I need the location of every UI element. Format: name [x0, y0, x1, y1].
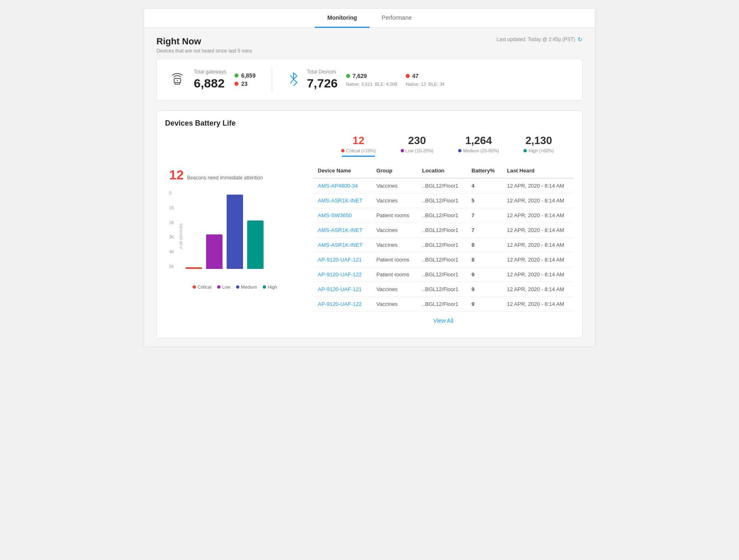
last-heard-cell: 12 APR, 2020 - 8:14 AM	[502, 238, 574, 252]
refresh-icon[interactable]: ↻	[578, 36, 583, 43]
summary-critical-label: Critical (<10%)	[341, 148, 376, 153]
devices-total: 7,726	[307, 76, 337, 90]
battery-cell: 7	[467, 208, 502, 223]
location-cell: ..BGL12/Floor1	[417, 282, 466, 297]
bar-medium	[227, 195, 243, 269]
device-name-cell[interactable]: AMS-ASR1K-INET	[313, 223, 372, 238]
battery-cell: 8	[467, 238, 502, 252]
beacon-text: 12 Beacons need immediate attention	[169, 168, 301, 183]
summary-medium[interactable]: 1,264 Medium (20-60%)	[458, 134, 499, 157]
tab-performance[interactable]: Performane	[370, 9, 424, 28]
location-cell: ..BGL12/Floor1	[417, 178, 466, 193]
location-cell: ..BGL12/Floor1	[417, 267, 466, 282]
last-updated-text: Last updated: Today @ 2:45p (PST)	[497, 37, 575, 42]
devices-offline-sub: 47 Native: 13 BLE: 34	[406, 73, 445, 87]
device-name-cell[interactable]: AP-9120-UAF-122	[313, 297, 372, 312]
table-header-row: Device Name Group Location Battery% Last…	[313, 163, 574, 178]
legend-label-high: High	[268, 285, 277, 289]
bar-low	[206, 234, 223, 269]
view-all-button[interactable]: View All	[313, 312, 574, 330]
col-location: Location	[417, 163, 466, 178]
summary-low-value: 230	[401, 134, 434, 147]
legend-dot-critical	[193, 285, 196, 289]
device-name-cell[interactable]: AP-9120-UAF-122	[313, 267, 372, 282]
group-cell: Patient rooms	[372, 267, 418, 282]
legend-dot-high	[263, 285, 266, 289]
gateway-label: Total gateways	[194, 69, 226, 75]
col-last-heard: Last Heard	[502, 163, 574, 178]
gateway-icon	[169, 71, 186, 89]
gateway-offline: 23	[241, 80, 248, 87]
device-link[interactable]: AMS-ASR1K-INET	[318, 242, 363, 248]
summary-high[interactable]: 2,130 High (>60%)	[523, 134, 553, 157]
device-name-cell[interactable]: AP-9120-UAF-121	[313, 252, 372, 267]
tab-monitoring[interactable]: Monitoring	[315, 9, 369, 28]
devices-offline-detail: Native: 13 BLE: 34	[406, 82, 445, 87]
last-updated: Last updated: Today @ 2:45p (PST) ↻	[497, 36, 583, 43]
col-battery: Battery%	[467, 163, 502, 178]
device-name-cell[interactable]: AMS-SW3650	[313, 208, 372, 223]
last-heard-cell: 12 APR, 2020 - 8:14 AM	[502, 297, 574, 312]
dot-high	[523, 149, 527, 152]
device-table: Device Name Group Location Battery% Last…	[313, 163, 574, 312]
summary-medium-value: 1,264	[458, 134, 499, 147]
tabs-bar: Monitoring Performane	[144, 9, 595, 28]
summary-low[interactable]: 230 Low (10-20%)	[401, 134, 434, 157]
last-heard-cell: 12 APR, 2020 - 8:14 AM	[502, 252, 574, 267]
svg-rect-1	[175, 83, 180, 84]
location-cell: ..BGL12/Floor1	[417, 208, 466, 223]
legend-dot-medium	[236, 285, 239, 289]
bars-wrapper	[186, 191, 301, 269]
group-cell: Patient rooms	[372, 208, 418, 223]
device-name-cell[interactable]: AP-9120-UAF-121	[313, 282, 372, 297]
col-device-name: Device Name	[313, 163, 372, 178]
location-cell: ..BGL12/Floor1	[417, 223, 466, 238]
y-axis-labels: 5K 4K 3K 2K 1K 0	[169, 191, 174, 269]
device-link[interactable]: AMS-ASR1K-INET	[318, 197, 363, 204]
device-link[interactable]: AMS-ASR1K-INET	[318, 227, 363, 233]
bar-chart: 5K 4K 3K 2K 1K 0 # OF DEVICES	[169, 191, 301, 281]
y-label-5k: 5K	[169, 264, 174, 269]
legend-label-low: Low	[222, 285, 230, 289]
beacon-desc: Beacons need immediate attention	[187, 175, 263, 181]
location-cell: ..BGL12/Floor1	[417, 238, 466, 252]
location-cell: ..BGL12/Floor1	[417, 193, 466, 208]
y-label-0: 0	[169, 191, 174, 195]
table-row: AP-9120-UAF-121Patient rooms..BGL12/Floo…	[313, 252, 574, 267]
battery-cell: 9	[467, 267, 502, 282]
summary-high-value: 2,130	[523, 134, 553, 147]
group-cell: Vaccines	[372, 297, 418, 312]
last-heard-cell: 12 APR, 2020 - 8:14 AM	[502, 208, 574, 223]
gateway-online: 6,859	[241, 72, 255, 79]
legend-label-critical: Critical	[197, 285, 211, 289]
summary-low-label: Low (10-20%)	[401, 148, 434, 153]
table-row: AP-9120-UAF-121Vaccines..BGL12/Floor1912…	[313, 282, 574, 297]
main-container: Monitoring Performane Right Now Devices …	[144, 8, 595, 347]
device-link[interactable]: AP-9120-UAF-122	[318, 271, 362, 278]
y-label-3k: 3K	[169, 235, 174, 239]
summary-critical[interactable]: 12 Critical (<10%)	[341, 134, 376, 157]
group-cell: Vaccines	[372, 193, 418, 208]
gateway-total: 6,882	[194, 76, 226, 90]
y-label-4k: 4K	[169, 250, 174, 254]
legend-label-medium: Medium	[241, 285, 257, 289]
device-link[interactable]: AMS-SW3650	[318, 212, 351, 218]
chart-area: 12 Beacons need immediate attention 5K 4…	[165, 163, 305, 330]
table-row: AP-9120-UAF-122Patient rooms..BGL12/Floo…	[313, 267, 574, 282]
right-now-title: Right Now	[156, 36, 252, 47]
device-name-cell[interactable]: AMS-ASR1K-INET	[313, 238, 372, 252]
device-link[interactable]: AMS-AP4800-34	[318, 183, 358, 189]
active-summary-indicator	[342, 156, 375, 157]
dot-low	[401, 149, 404, 152]
device-link[interactable]: AP-9120-UAF-122	[318, 301, 362, 307]
last-heard-cell: 12 APR, 2020 - 8:14 AM	[502, 193, 574, 208]
gateway-section: Total gateways 6,882 6,859 23	[169, 69, 255, 90]
battery-cell: 8	[467, 252, 502, 267]
last-heard-cell: 12 APR, 2020 - 8:14 AM	[502, 267, 574, 282]
device-name-cell[interactable]: AMS-AP4800-34	[313, 178, 372, 193]
device-link[interactable]: AP-9120-UAF-121	[318, 286, 362, 292]
group-cell: Vaccines	[372, 238, 418, 252]
device-name-cell[interactable]: AMS-ASR1K-INET	[313, 193, 372, 208]
device-link[interactable]: AP-9120-UAF-121	[318, 257, 362, 263]
table-row: AMS-SW3650Patient rooms..BGL12/Floor1712…	[313, 208, 574, 223]
